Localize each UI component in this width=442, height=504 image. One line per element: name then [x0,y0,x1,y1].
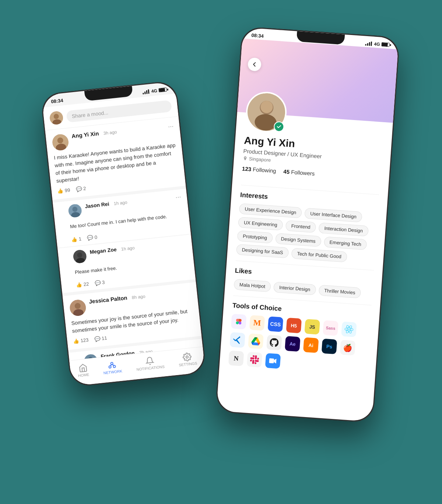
svg-line-22 [112,364,114,366]
tool-css3[interactable]: CSS [268,316,284,332]
comment-count-jason: 0 [94,234,98,240]
like-icon-1: 👍 [57,188,63,194]
tool-illustrator[interactable]: Ai [303,337,319,353]
tag-uxe[interactable]: UX Engineering [238,216,283,230]
post-time-megan: 1h ago [121,245,135,251]
battery-right [381,42,390,47]
tool-js[interactable]: JS [304,319,320,335]
tag-uxd[interactable]: User Experience Design [239,203,302,218]
comment-count-1: 2 [83,186,86,191]
tag-interior[interactable]: Interior Design [273,282,316,295]
post-author-jason: Jason Rei [85,201,109,209]
feed-content: Ang Yi Xin 3h ago ··· I miss Karaoke! An… [45,116,204,373]
post-time-1: 3h ago [103,129,117,136]
like-action-megan[interactable]: 👍 22 [76,281,89,288]
avatar-ang [52,133,69,151]
nav-notifications-label: NOTIFICATIONS [136,364,165,371]
tool-zoom[interactable] [265,353,281,369]
tag-emerging-tech[interactable]: Emerging Tech [324,236,367,250]
nav-settings-label: SETTINGS [179,361,197,367]
phone-right-inner: 08:34 4G [216,27,399,422]
profile-header-bg [237,38,398,123]
tool-sass[interactable]: Sass [323,320,338,336]
tools-section: Tools of Choice M [219,301,379,383]
tag-tech-public[interactable]: Tech for Public Good [291,248,347,262]
tool-apple[interactable]: 🍎 [340,340,356,356]
phone-right: 08:34 4G [215,26,400,423]
nav-notifications[interactable]: NOTIFICATIONS [135,355,165,371]
comment-action-megan[interactable]: 💬 3 [94,279,105,286]
comment-icon-1: 💬 [76,186,82,192]
phone-left: 08:34 4G [40,80,207,387]
signal-bars-right [365,41,372,46]
more-dots-jason[interactable]: ··· [175,193,181,201]
comment-action-jason[interactable]: 💬 0 [87,234,98,241]
like-count-1: 99 [64,187,70,193]
like-icon-jessica: 👍 [73,338,79,344]
profile-avatar-wrap [245,90,288,133]
tag-designing-saas[interactable]: Designing for SaaS [236,244,289,258]
post-time-jason: 1h ago [113,200,127,206]
nav-home[interactable]: HOME [77,363,90,377]
comment-icon-megan: 💬 [94,280,101,286]
tag-thriller[interactable]: Thriller Movies [318,285,361,298]
nav-network[interactable]: NETWORK [102,359,123,375]
tool-aftereffects[interactable]: Ae [285,336,301,352]
like-action-jason[interactable]: 👍 1 [71,236,82,242]
like-action-jessica[interactable]: 👍 123 [73,337,89,344]
tag-uid[interactable]: User Interface Design [304,208,362,222]
location-text: Singapore [249,156,271,163]
like-count-jason: 1 [78,236,82,242]
like-icon-jason: 👍 [71,236,77,242]
tool-notion[interactable]: N [228,350,244,366]
tag-frontend[interactable]: Frontend [285,220,316,233]
comment-action-jessica[interactable]: 💬 11 [94,335,107,342]
tool-m[interactable]: M [249,315,265,331]
nav-network-label: NETWORK [103,369,122,375]
like-count-jessica: 123 [80,337,89,343]
interests-tags: User Experience Design User Interface De… [236,203,378,264]
network-right: 4G [374,41,380,46]
tag-design-systems[interactable]: Design Systems [275,233,322,247]
avatar-jason [68,203,83,218]
tool-github[interactable] [266,335,282,350]
interests-section: Interests User Experience Design User In… [227,190,387,271]
tag-interaction[interactable]: Interaction Design [319,222,369,236]
svg-point-18 [111,362,113,364]
tag-mala[interactable]: Mala Hotpot [234,279,271,292]
svg-rect-33 [269,358,274,363]
tool-slack[interactable] [247,352,263,367]
svg-point-32 [348,328,350,330]
time-right: 08:34 [251,32,264,39]
like-icon-megan: 👍 [76,282,82,288]
more-dots-1[interactable]: ··· [168,122,174,130]
post-header-jason: Jason Rei 1h ago [68,198,128,218]
post-meta-megan: Megan Zoe 1h ago [90,244,135,255]
nav-settings[interactable]: SETTINGS [178,352,197,367]
comment-icon-jason: 💬 [87,235,93,241]
back-button[interactable] [248,57,262,71]
post-author-megan: Megan Zoe [90,246,117,255]
battery-left [158,87,167,92]
tool-photoshop[interactable]: Ps [322,338,337,354]
time-left: 08:34 [51,98,64,104]
followers-stat: 45 Followers [283,168,315,177]
post-author-jessica: Jessica Palton [89,294,127,304]
comment-count-megan: 3 [102,279,105,285]
network-left: 4G [151,88,157,94]
tool-figma[interactable] [231,314,247,329]
feed-post-jessica: Jessica Palton 8h ago Sometimes your joy… [63,282,201,350]
current-user-avatar [49,110,64,125]
phone-left-inner: 08:34 4G [41,81,205,386]
phones-container: 08:34 4G [55,31,387,473]
post-meta-1: Ang Yi Xin 3h ago [71,128,117,140]
tool-vscode[interactable] [229,332,245,348]
tool-react[interactable] [341,321,357,337]
tag-prototyping[interactable]: Prototyping [237,230,273,243]
tool-gdrive[interactable] [248,333,264,349]
following-count: 123 [242,165,252,172]
tool-html5[interactable]: H5 [286,317,302,333]
comment-action-1[interactable]: 💬 2 [76,186,86,192]
post-header-megan: Megan Zoe 1h ago [73,244,136,263]
like-action-1[interactable]: 👍 99 [57,187,70,194]
